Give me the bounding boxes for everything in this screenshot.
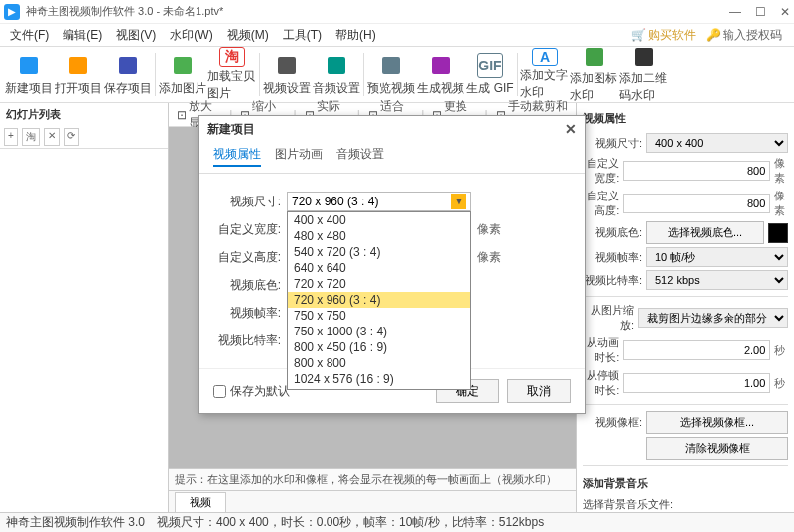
video-size-option[interactable]: 720 x 960 (3 : 4)	[288, 292, 470, 308]
zoom-in-icon: ⊡	[177, 108, 187, 122]
properties-panel: 视频属性 视频尺寸:400 x 400 自定义宽度:像素 自定义高度:像素 视频…	[576, 103, 794, 512]
menu-video[interactable]: 视频(M)	[221, 25, 275, 46]
prop-scale-mode[interactable]: 裁剪图片边缘多余的部分	[638, 308, 788, 328]
preview-video-button[interactable]: 预览视频	[366, 48, 416, 101]
open-project-button[interactable]: 打开项目	[54, 48, 103, 101]
tab-video[interactable]: 视频	[175, 492, 226, 512]
buy-link[interactable]: 🛒 购买软件	[631, 27, 696, 44]
load-baby-image-button[interactable]: 淘加载宝贝图片	[207, 48, 257, 101]
svg-rect-1	[69, 57, 87, 74]
dialog-close-icon[interactable]: ✕	[565, 121, 577, 137]
dialog-tab-video[interactable]: 视频属性	[213, 144, 261, 167]
video-size-option[interactable]: 640 x 640	[288, 260, 470, 276]
menu-view[interactable]: 视图(V)	[110, 25, 162, 46]
dialog-tab-audio[interactable]: 音频设置	[336, 144, 384, 167]
new-project-dialog: 新建项目 ✕ 视频属性 图片动画 音频设置 视频尺寸: 720 x 960 (3…	[198, 115, 586, 414]
window-title: 神奇主图视频制作软件 3.0 - 未命名1.ptv*	[26, 4, 729, 19]
menu-edit[interactable]: 编辑(E)	[57, 25, 108, 46]
generate-video-icon	[428, 53, 454, 78]
svg-rect-5	[328, 57, 345, 74]
add-image-button[interactable]: 添加图片	[158, 48, 207, 101]
menubar: 文件(F) 编辑(E) 视图(V) 水印(W) 视频(M) 工具(T) 帮助(H…	[0, 24, 794, 46]
video-size-option[interactable]: 400 x 400	[288, 212, 470, 228]
add-image-icon	[170, 53, 196, 78]
status-info: 视频尺寸：400 x 400，时长：0.00秒，帧率：10帧/秒，比特率：512…	[157, 514, 544, 531]
video-size-option[interactable]: 480 x 480	[288, 228, 470, 244]
status-app: 神奇主图视频制作软件 3.0	[6, 514, 145, 531]
prop-frame-clear[interactable]: 清除视频像框	[646, 437, 788, 460]
prop-anim-dur[interactable]	[623, 340, 770, 360]
add-image-watermark-icon	[582, 45, 607, 68]
open-project-icon	[66, 53, 91, 78]
slides-tool[interactable]: ⟳	[64, 128, 79, 146]
video-size-option[interactable]: 1280 x 720 (16 : 9)	[288, 387, 470, 390]
slides-tool[interactable]: +	[4, 128, 18, 146]
menu-watermark[interactable]: 水印(W)	[164, 25, 218, 46]
preview-video-icon	[378, 53, 404, 78]
video-settings-icon	[274, 53, 300, 78]
svg-rect-2	[119, 57, 137, 74]
save-project-icon	[115, 53, 141, 78]
slides-panel: 幻灯片列表 +淘✕⟳	[0, 103, 169, 512]
menu-help[interactable]: 帮助(H)	[330, 25, 382, 46]
menu-tools[interactable]: 工具(T)	[277, 25, 328, 46]
svg-rect-4	[278, 57, 296, 74]
prop-bgcolor-btn[interactable]: 选择视频底色...	[646, 221, 764, 244]
slides-panel-header: 幻灯片列表	[0, 103, 168, 126]
add-text-watermark-button[interactable]: A添加文字水印	[520, 48, 570, 101]
video-size-option[interactable]: 720 x 720	[288, 276, 470, 292]
properties-header: 视频属性	[583, 107, 788, 130]
audio-settings-icon	[324, 53, 349, 78]
save-project-button[interactable]: 保存项目	[103, 48, 153, 101]
menu-file[interactable]: 文件(F)	[4, 25, 55, 46]
audio-settings-button[interactable]: 音频设置	[312, 48, 361, 101]
svg-rect-0	[20, 57, 38, 74]
svg-rect-3	[174, 57, 192, 74]
dlg-video-size-combo[interactable]: 720 x 960 (3 : 4) ▼ 400 x 400480 x 48054…	[287, 192, 471, 211]
video-settings-button[interactable]: 视频设置	[262, 48, 312, 101]
dialog-tab-anim[interactable]: 图片动画	[275, 144, 323, 167]
prop-frame-select[interactable]: 选择视频像框...	[646, 411, 788, 434]
video-size-option[interactable]: 750 x 1000 (3 : 4)	[288, 324, 470, 339]
video-size-option[interactable]: 800 x 450 (16 : 9)	[288, 339, 470, 355]
dlg-video-size-list[interactable]: 400 x 400480 x 480540 x 720 (3 : 4)640 x…	[287, 211, 471, 390]
slides-tool[interactable]: 淘	[22, 128, 40, 146]
maximize-button[interactable]: ☐	[755, 5, 766, 19]
new-project-button[interactable]: 新建项目	[4, 48, 54, 101]
generate-gif-button[interactable]: GIF生成 GIF	[465, 48, 515, 101]
titlebar: ▶ 神奇主图视频制作软件 3.0 - 未命名1.ptv* — ☐ ✕	[0, 0, 794, 24]
prop-fps[interactable]: 10 帧/秒	[646, 247, 788, 267]
video-size-option[interactable]: 750 x 750	[288, 308, 470, 324]
add-qr-watermark-icon	[631, 45, 657, 68]
slides-tool[interactable]: ✕	[44, 128, 60, 146]
new-project-icon	[16, 53, 42, 78]
bgcolor-swatch[interactable]	[768, 223, 788, 243]
svg-rect-8	[586, 48, 603, 66]
hint-bar: 提示：在这里添加的水印和像框，将会显示在视频的每一帧画面上（视频水印）	[169, 468, 576, 490]
prop-bitrate[interactable]: 512 kbps	[646, 270, 788, 290]
video-size-option[interactable]: 1024 x 576 (16 : 9)	[288, 371, 470, 387]
svg-rect-7	[432, 57, 450, 74]
video-size-option[interactable]: 800 x 800	[288, 355, 470, 371]
generate-video-button[interactable]: 生成视频	[416, 48, 465, 101]
dlg-cancel-button[interactable]: 取消	[507, 379, 571, 403]
license-link[interactable]: 🔑 输入授权码	[706, 27, 782, 44]
close-button[interactable]: ✕	[780, 5, 790, 19]
prop-video-size[interactable]: 400 x 400	[646, 133, 788, 153]
add-qr-watermark-button[interactable]: 添加二维码水印	[619, 48, 669, 101]
video-size-option[interactable]: 540 x 720 (3 : 4)	[288, 244, 470, 260]
main-toolbar: 新建项目打开项目保存项目添加图片淘加载宝贝图片视频设置音频设置预览视频生成视频G…	[0, 46, 794, 103]
dialog-title: 新建项目	[207, 121, 255, 138]
prop-custom-width[interactable]	[623, 161, 770, 181]
prop-custom-height[interactable]	[623, 194, 770, 213]
add-text-watermark-icon: A	[532, 48, 558, 66]
chevron-down-icon[interactable]: ▼	[451, 194, 466, 209]
add-image-watermark-button[interactable]: 添加图标水印	[570, 48, 619, 101]
minimize-button[interactable]: —	[729, 5, 741, 19]
svg-rect-9	[635, 48, 653, 66]
load-baby-image-icon: 淘	[219, 47, 245, 66]
statusbar: 神奇主图视频制作软件 3.0 视频尺寸：400 x 400，时长：0.00秒，帧…	[0, 512, 794, 532]
app-icon: ▶	[4, 4, 20, 20]
prop-stay-dur[interactable]	[623, 373, 770, 393]
dlg-save-default[interactable]: 保存为默认	[213, 383, 290, 400]
